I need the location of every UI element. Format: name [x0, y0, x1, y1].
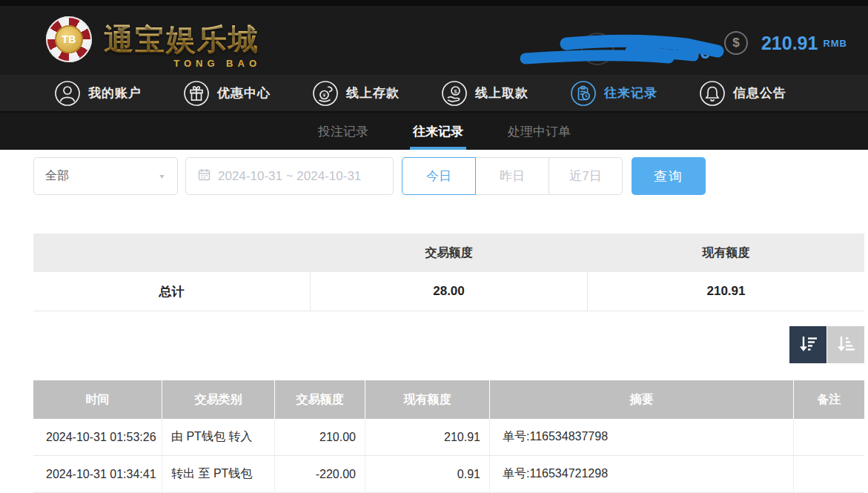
- tab-pending-orders[interactable]: 处理中订单: [505, 113, 574, 150]
- brand-name-en: TONG BAO: [173, 58, 261, 69]
- svg-text:$: $: [454, 87, 457, 94]
- cell-summary: 单号:116534721298: [489, 456, 793, 492]
- col-header-time: 时间: [33, 380, 162, 419]
- nav-item-promotions[interactable]: 优惠中心: [183, 80, 271, 107]
- type-select-value: 全部: [45, 168, 158, 184]
- cell-balance: 0.91: [365, 456, 489, 492]
- nav-label: 信息公告: [733, 85, 786, 102]
- summary-header-current-amount: 现有额度: [587, 234, 864, 272]
- nav-item-withdraw[interactable]: $ 线上取款: [441, 80, 529, 107]
- svg-text:¥: ¥: [323, 93, 326, 98]
- summary-total-row: 总计 28.00 210.91: [33, 272, 864, 311]
- deposit-icon: ¥: [312, 80, 339, 107]
- type-select[interactable]: 全部 ▼: [33, 157, 178, 195]
- dollar-circle-icon: $: [724, 31, 748, 55]
- summary-total-label: 总计: [33, 272, 310, 311]
- sort-desc-icon: [798, 334, 818, 357]
- summary-current-amount: 210.91: [587, 272, 864, 311]
- nav-label: 优惠中心: [217, 85, 271, 102]
- chevron-down-icon: ▼: [158, 173, 166, 180]
- main-nav: 我的账户 优惠中心 ¥ 线上存款: [0, 75, 868, 113]
- cell-time: 2024-10-31 01:34:41: [33, 456, 162, 492]
- gift-icon: [183, 80, 210, 107]
- search-button[interactable]: 查询: [632, 157, 706, 195]
- user-icon: [54, 80, 81, 107]
- brand-name-cn: 通宝娱乐城: [104, 19, 259, 60]
- cell-type: 转出 至 PT钱包: [162, 456, 274, 492]
- nav-item-announcements[interactable]: 信息公告: [699, 80, 786, 107]
- cell-remark: [793, 456, 864, 492]
- poker-chip-icon: TB: [46, 16, 92, 62]
- nav-label: 线上存款: [346, 85, 400, 102]
- tab-transaction-records[interactable]: 往来记录: [410, 113, 466, 150]
- chip-label: TB: [55, 25, 83, 53]
- cell-amount: -220.00: [274, 456, 365, 492]
- col-header-remark: 备注: [793, 380, 864, 419]
- table-row: 2024-10-31 01:53:26 由 PT钱包 转入 210.00 210…: [33, 419, 864, 456]
- summary-header-trade-amount: 交易额度: [311, 234, 588, 272]
- nav-item-deposit[interactable]: ¥ 线上存款: [312, 80, 400, 107]
- date-range-value: 2024-10-31 ~ 2024-10-31: [218, 169, 361, 184]
- nav-label: 线上取款: [475, 85, 529, 102]
- cell-remark: [793, 419, 864, 455]
- cell-amount: 210.00: [274, 419, 365, 455]
- cell-summary: 单号:116534837798: [489, 419, 793, 455]
- withdraw-icon: $: [441, 80, 468, 107]
- sort-descending-button[interactable]: [789, 326, 826, 363]
- quick-range-today[interactable]: 今日: [402, 157, 476, 195]
- summary-trade-amount: 28.00: [310, 272, 587, 311]
- cell-balance: 210.91: [365, 419, 489, 455]
- records-table: 时间 交易类别 交易额度 现有额度 摘要 备注 2024-10-31 01:53…: [33, 380, 864, 493]
- header: TB 通宝娱乐城 TONG BAO 500 $ 210.91 RMB: [0, 0, 868, 75]
- sort-asc-icon: [835, 334, 856, 357]
- nav-label: 往来记录: [604, 85, 657, 102]
- records-icon: [570, 80, 597, 107]
- calendar-icon: [198, 168, 211, 184]
- brand-logo[interactable]: TB 通宝娱乐城 TONG BAO: [46, 16, 259, 62]
- username-redaction-scribble: 500: [519, 27, 741, 73]
- quick-range-group: 今日 昨日 近7日: [402, 157, 623, 195]
- date-range-input[interactable]: 2024-10-31 ~ 2024-10-31: [185, 157, 394, 195]
- nav-item-my-account[interactable]: 我的账户: [54, 80, 142, 107]
- balance-currency: RMB: [823, 38, 847, 49]
- quick-range-yesterday[interactable]: 昨日: [475, 157, 549, 195]
- summary-table: 交易额度 现有额度 总计 28.00 210.91: [33, 234, 864, 311]
- tab-betting-records[interactable]: 投注记录: [315, 113, 371, 150]
- sort-ascending-button[interactable]: [827, 326, 864, 363]
- col-header-summary: 摘要: [489, 380, 793, 419]
- records-header-row: 时间 交易类别 交易额度 现有额度 摘要 备注: [33, 380, 864, 419]
- brand-text: 通宝娱乐城 TONG BAO: [104, 19, 259, 60]
- nav-item-transaction-records[interactable]: 往来记录: [570, 80, 657, 107]
- cell-type: 由 PT钱包 转入: [162, 419, 274, 455]
- col-header-amount: 交易额度: [274, 380, 365, 419]
- cell-time: 2024-10-31 01:53:26: [33, 419, 162, 455]
- account-balance[interactable]: $ 210.91 RMB: [724, 31, 847, 55]
- sub-nav: 投注记录 往来记录 处理中订单: [0, 113, 868, 150]
- nav-label: 我的账户: [88, 85, 142, 102]
- quick-range-last7days[interactable]: 近7日: [549, 157, 623, 195]
- bell-icon: [699, 80, 726, 107]
- filter-bar: 全部 ▼ 2024-10-31 ~ 2024-10-31 今日 昨日 近7日 查…: [33, 157, 864, 195]
- table-row: 2024-10-31 01:34:41 转出 至 PT钱包 -220.00 0.…: [33, 456, 864, 493]
- sort-toolbar: [33, 326, 864, 363]
- summary-header-empty: [33, 234, 311, 272]
- col-header-type: 交易类别: [162, 380, 274, 419]
- summary-header-row: 交易额度 现有额度: [33, 234, 864, 272]
- balance-amount: 210.91: [761, 33, 818, 54]
- scribble-stroke: [630, 50, 694, 56]
- col-header-balance: 现有额度: [365, 380, 489, 419]
